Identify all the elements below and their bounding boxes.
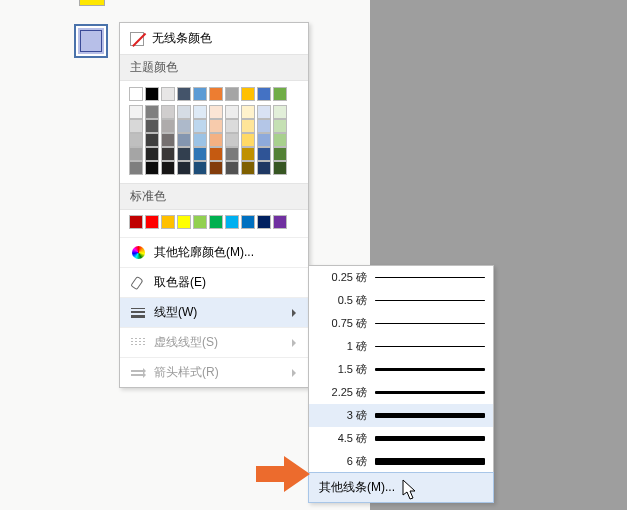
standard-color-swatch[interactable]: [145, 215, 159, 229]
theme-tint-swatch[interactable]: [161, 161, 175, 175]
theme-tint-swatch[interactable]: [225, 161, 239, 175]
theme-tint-swatch[interactable]: [145, 147, 159, 161]
theme-color-swatch[interactable]: [161, 87, 175, 101]
theme-tint-swatch[interactable]: [161, 147, 175, 161]
theme-color-swatch[interactable]: [177, 87, 191, 101]
line-weight-icon: [130, 305, 146, 321]
theme-tint-swatch[interactable]: [145, 161, 159, 175]
theme-tint-swatch[interactable]: [161, 133, 175, 147]
standard-color-swatch[interactable]: [273, 215, 287, 229]
theme-tint-swatch[interactable]: [273, 105, 287, 119]
theme-tint-swatch[interactable]: [225, 119, 239, 133]
standard-color-swatch[interactable]: [161, 215, 175, 229]
line-weight-option[interactable]: 0.75 磅: [309, 312, 493, 335]
more-outline-colors-item[interactable]: 其他轮廓颜色(M)...: [120, 237, 308, 267]
line-weight-option[interactable]: 2.25 磅: [309, 381, 493, 404]
theme-tint-swatch[interactable]: [145, 133, 159, 147]
theme-tint-swatch[interactable]: [193, 119, 207, 133]
theme-color-swatch[interactable]: [257, 87, 271, 101]
standard-color-swatch[interactable]: [177, 215, 191, 229]
theme-tint-swatch[interactable]: [273, 133, 287, 147]
line-weight-option-label: 0.5 磅: [317, 293, 367, 308]
theme-tint-swatch[interactable]: [209, 105, 223, 119]
line-weight-option[interactable]: 0.25 磅: [309, 266, 493, 289]
theme-tint-swatch[interactable]: [129, 133, 143, 147]
line-weight-option[interactable]: 3 磅: [309, 404, 493, 427]
standard-colors-heading: 标准色: [120, 183, 308, 210]
theme-tint-swatch[interactable]: [145, 105, 159, 119]
theme-tint-swatch[interactable]: [209, 133, 223, 147]
theme-color-swatch[interactable]: [273, 87, 287, 101]
theme-tint-swatch[interactable]: [225, 147, 239, 161]
theme-tint-swatch[interactable]: [129, 161, 143, 175]
line-weight-option-label: 3 磅: [317, 408, 367, 423]
line-weight-preview: [375, 277, 485, 278]
theme-color-swatch[interactable]: [241, 87, 255, 101]
line-weight-option[interactable]: 1 磅: [309, 335, 493, 358]
color-wheel-icon: [130, 245, 146, 261]
eyedropper-item[interactable]: 取色器(E): [120, 267, 308, 297]
line-weight-option[interactable]: 4.5 磅: [309, 427, 493, 450]
line-weight-preview: [375, 300, 485, 301]
more-lines-item[interactable]: 其他线条(M)...: [308, 472, 494, 503]
standard-color-swatch[interactable]: [225, 215, 239, 229]
theme-tint-swatch[interactable]: [161, 119, 175, 133]
theme-tint-swatch[interactable]: [241, 133, 255, 147]
theme-tint-swatch[interactable]: [225, 105, 239, 119]
theme-tint-swatch[interactable]: [241, 105, 255, 119]
theme-tint-swatch[interactable]: [129, 119, 143, 133]
shape-thumbnail-yellow[interactable]: [79, 0, 105, 6]
theme-tint-swatch[interactable]: [193, 133, 207, 147]
theme-color-swatch[interactable]: [193, 87, 207, 101]
standard-color-swatch[interactable]: [193, 215, 207, 229]
theme-tint-swatch[interactable]: [177, 147, 191, 161]
theme-tint-swatch[interactable]: [209, 147, 223, 161]
theme-tint-swatch[interactable]: [209, 119, 223, 133]
theme-tint-swatch[interactable]: [145, 119, 159, 133]
theme-tint-swatch[interactable]: [257, 133, 271, 147]
standard-color-swatch[interactable]: [209, 215, 223, 229]
standard-color-swatch[interactable]: [241, 215, 255, 229]
theme-tint-swatch[interactable]: [257, 161, 271, 175]
theme-color-swatch[interactable]: [225, 87, 239, 101]
more-outline-colors-label: 其他轮廓颜色(M)...: [154, 244, 254, 261]
theme-tint-swatch[interactable]: [177, 105, 191, 119]
theme-tint-swatch[interactable]: [209, 161, 223, 175]
theme-tint-swatch[interactable]: [257, 119, 271, 133]
theme-tint-swatch[interactable]: [225, 133, 239, 147]
standard-color-swatch[interactable]: [129, 215, 143, 229]
theme-color-swatch[interactable]: [209, 87, 223, 101]
line-weight-item[interactable]: 线型(W): [120, 297, 308, 327]
theme-tint-swatch[interactable]: [241, 147, 255, 161]
theme-color-swatch[interactable]: [129, 87, 143, 101]
theme-tint-swatch[interactable]: [257, 105, 271, 119]
line-weight-option[interactable]: 6 磅: [309, 450, 493, 473]
theme-tint-swatch[interactable]: [273, 147, 287, 161]
no-line-color-label: 无线条颜色: [152, 30, 212, 47]
theme-tint-swatch[interactable]: [257, 147, 271, 161]
theme-tint-swatch[interactable]: [161, 105, 175, 119]
theme-tint-swatch[interactable]: [129, 147, 143, 161]
shape-outline-button[interactable]: [74, 24, 108, 58]
theme-tint-swatch[interactable]: [273, 161, 287, 175]
line-weight-option[interactable]: 0.5 磅: [309, 289, 493, 312]
no-line-color-item[interactable]: 无线条颜色: [120, 23, 308, 54]
theme-tint-swatch[interactable]: [177, 161, 191, 175]
submenu-arrow-icon: [292, 309, 300, 317]
theme-tint-swatch[interactable]: [129, 105, 143, 119]
line-weight-preview: [375, 391, 485, 394]
theme-tint-swatch[interactable]: [193, 147, 207, 161]
theme-tint-swatch[interactable]: [193, 105, 207, 119]
theme-tint-swatch[interactable]: [193, 161, 207, 175]
no-color-icon: [130, 32, 144, 46]
standard-color-swatch[interactable]: [257, 215, 271, 229]
theme-tint-swatch[interactable]: [273, 119, 287, 133]
theme-colors-grid: [120, 81, 308, 183]
theme-color-swatch[interactable]: [145, 87, 159, 101]
theme-tint-swatch[interactable]: [241, 161, 255, 175]
theme-tint-swatch[interactable]: [177, 133, 191, 147]
line-weight-option[interactable]: 1.5 磅: [309, 358, 493, 381]
theme-tint-swatch[interactable]: [241, 119, 255, 133]
theme-tint-swatch[interactable]: [177, 119, 191, 133]
line-weight-option-label: 0.75 磅: [317, 316, 367, 331]
